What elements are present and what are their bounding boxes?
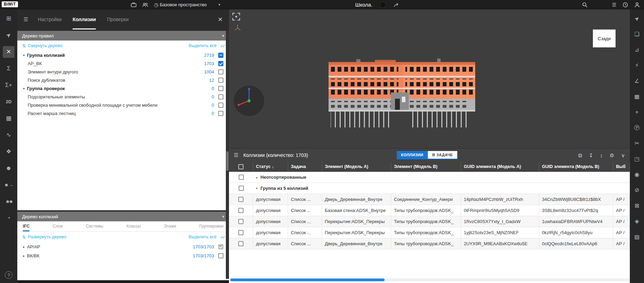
team-icon[interactable]: ☻☻ [3,196,15,207]
collision-tree-header[interactable]: Дерево коллизий ▾ [17,212,229,221]
rule-checkbox[interactable] [218,78,223,83]
collision-tree-row[interactable]: ▸ АР/АР 1703/1703 [17,242,229,251]
select-all-link[interactable]: Выделить всё ✓✓ [188,235,224,240]
node-checkbox[interactable] [218,253,223,258]
expand-arrow-icon[interactable]: ▸ [21,254,27,258]
tab-ifc[interactable]: IFC [23,221,29,231]
xray-icon[interactable]: ▨ [632,232,642,242]
view-2d-icon[interactable]: 2D [3,96,15,108]
row-checkbox[interactable] [238,230,243,235]
list-view-icon[interactable]: ☰ [612,2,616,7]
expand-arrow-icon[interactable]: ▾ [21,53,27,57]
expand-arrow-icon[interactable]: ▾ [21,87,27,90]
user-icon[interactable]: ☻ [3,162,15,174]
share-icon[interactable] [394,2,399,7]
rule-checkbox[interactable] [218,53,223,58]
section-plane-icon[interactable]: ✂ [632,138,642,149]
rules-tree-row[interactable]: Расчет марша лестниц 0 [17,109,229,117]
row-checkbox[interactable] [238,241,243,246]
clash-detection-icon[interactable]: ✕ [3,46,15,58]
tab-collisions[interactable]: Коллизии [73,9,96,29]
plugins-icon[interactable]: ❖ [3,146,15,158]
node-checkbox[interactable] [218,244,223,249]
collapse-tree-link[interactable]: ⇅ Свернуть дерево [22,43,62,48]
collapse-up-icon[interactable]: ▴ [256,175,258,179]
view-cube[interactable]: Сзади [593,29,616,47]
appearance-icon[interactable]: ◈ [632,216,642,227]
rules-tree-row[interactable]: Подозрительные элементы 0 [17,92,229,101]
building-3d-model[interactable] [323,58,480,134]
panel-scrollbar[interactable] [226,31,229,279]
rules-tree-row[interactable]: ▾ Группа проверок 0 [17,84,229,92]
rule-checkbox[interactable] [218,94,223,99]
column-element-b[interactable]: Элемент (Модель В) [391,162,461,172]
select-tool-icon[interactable]: ➤ [3,29,15,41]
group-checkbox[interactable] [239,186,244,191]
select-all-link[interactable]: Выделить всё ✓✓ [188,43,224,48]
measure-icon[interactable]: ⊿ [632,45,642,55]
column-element-a[interactable]: Элемент (Модель А) [322,162,391,172]
model-tree-icon[interactable]: ⊞ [3,13,15,25]
rules-tree-row[interactable]: Элемент внтури другого 1004 [17,68,229,76]
rules-tree-row[interactable]: Проверка минимальной свободной площади с… [17,101,229,109]
history-icon[interactable]: ◷ [154,2,158,7]
account-icon[interactable] [634,2,640,8]
search-icon[interactable] [582,2,588,8]
group-row-five-collisions[interactable]: ▾ Группа из 5 коллизий [229,183,630,194]
duplicate-icon[interactable]: ⧉ [578,153,582,158]
tab-groupings[interactable]: Группировки [199,221,223,231]
region-select-icon[interactable]: ❏ [632,29,642,39]
row-checkbox[interactable] [238,219,243,224]
graph-icon[interactable]: ∿ [3,129,15,141]
column-guid-a[interactable]: GUID элемента (Модель А) [461,162,539,172]
sum-add-icon[interactable]: Σ+ [3,79,15,91]
sum-icon[interactable]: Σ [3,63,15,74]
collision-table-row[interactable]: допустимая Список ... Базовая стена:ADSK… [229,205,630,216]
horizontal-scrollbar-thumb[interactable] [230,278,385,281]
expand-tree-link[interactable]: ⇅ Развернуть дерево [22,235,66,240]
panel-menu-icon[interactable]: ☰ [24,16,28,23]
group-checkbox[interactable] [239,175,244,180]
collision-table-row[interactable]: допустимая Список ... Перекрытие:ADSK_Пе… [229,227,630,238]
clip-plane-icon[interactable]: ◳ [632,154,642,164]
toolbox-icon[interactable] [131,2,137,7]
user-move-icon[interactable]: ☻→ [3,179,15,191]
settings-icon[interactable]: ⚙ [381,2,385,7]
collision-table-row[interactable]: допустимая Список ... Перекрытие:ADSK_Пе… [229,216,630,227]
rules-tree-row[interactable]: Поиск дубликатов 12 [17,76,229,84]
select-all-checkbox[interactable] [238,164,243,169]
quick-measure-icon[interactable]: ⚡ [632,60,642,71]
collapse-down-icon[interactable]: ▾ [256,186,258,190]
collision-tree-row[interactable]: ▸ ВК/ВК 1703/1703 [17,251,229,260]
select-cursor-icon[interactable]: ➤ [632,14,642,24]
mode-collisions-button[interactable]: КОЛЛИЗИИ [397,151,428,159]
angle-measure-icon[interactable]: ∠ [632,76,642,86]
tab-layers[interactable]: Слои [53,221,63,231]
rule-checkbox[interactable] [218,61,223,66]
panel-menu-icon[interactable]: ☰ [234,152,238,158]
rule-checkbox[interactable] [218,111,223,116]
tab-floors[interactable]: Этажи [164,221,176,231]
column-task[interactable]: Задача [288,162,322,172]
plan-view-icon[interactable]: Ⓟ [632,123,642,133]
clock-icon[interactable] [623,2,628,8]
row-checkbox[interactable] [238,197,243,202]
column-guid-b[interactable]: GUID элемента (Модель В) [539,162,613,172]
rules-tree-row[interactable]: ▾ Группа коллизий 2719 [17,51,229,59]
rules-tree-header[interactable]: Дерево правил ▾ [17,31,229,41]
rule-checkbox[interactable] [218,103,223,108]
column-status[interactable]: Статус↓ [253,162,288,172]
expand-arrow-icon[interactable]: ▸ [21,245,27,249]
tab-systems[interactable]: Системы [86,221,103,231]
users-icon[interactable] [142,2,148,7]
tab-checks[interactable]: Проверки [107,9,128,29]
table-settings-icon[interactable]: ⚙ [610,153,614,158]
section-box-icon[interactable]: ▦ [632,91,642,102]
close-icon[interactable]: ✕ [218,16,223,23]
collision-table-row[interactable]: допустимая Список ... Дверь_Деревянная_В… [229,194,630,205]
workspace-dropdown[interactable]: Базовое пространство ▾ [160,0,220,9]
scheme-icon[interactable]: ▦ [3,113,15,124]
row-height-icon[interactable]: ↕ [600,153,603,158]
visibility-icon[interactable]: ◉ [632,169,642,180]
rules-tree-row[interactable]: АР_ВК 1703 [17,59,229,68]
